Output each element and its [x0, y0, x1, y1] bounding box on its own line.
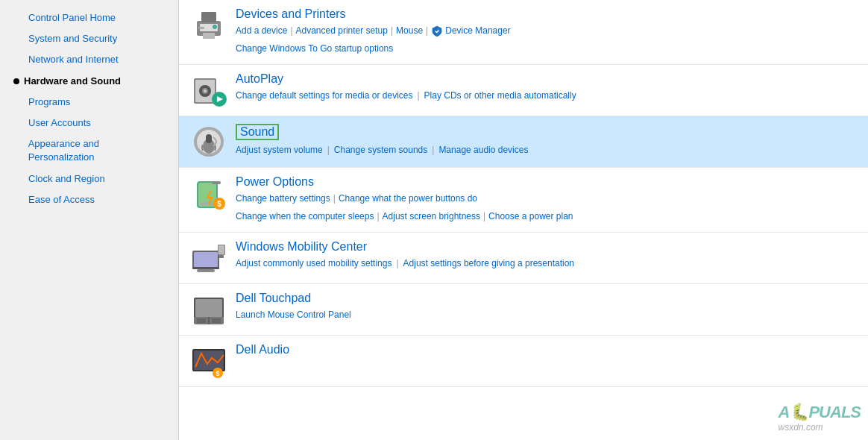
link-manage-audio[interactable]: Manage audio devices: [438, 142, 528, 159]
link-separator: |: [426, 23, 428, 40]
link-separator: |: [483, 209, 485, 225]
svg-point-10: [204, 89, 207, 92]
sound-icon: [191, 124, 227, 160]
category-item-dell-touchpad[interactable]: Dell TouchpadLaunch Mouse Control Panel: [179, 284, 868, 336]
category-item-devices-printers[interactable]: Devices and PrintersAdd a device|Advance…: [179, 0, 868, 65]
link-separator: |: [333, 191, 336, 207]
link-separator: |: [290, 23, 292, 40]
watermark-url: wsxdn.com: [779, 422, 823, 433]
category-content-devices-printers: Devices and PrintersAdd a device|Advance…: [236, 7, 856, 57]
svg-rect-34: [197, 318, 206, 323]
active-bullet: [13, 78, 19, 84]
category-links-power-options: Change battery settings|Change what the …: [236, 191, 856, 224]
svg-point-4: [213, 25, 217, 29]
category-icon-autoplay: [191, 72, 227, 108]
link-advanced-printer[interactable]: Advanced printer setup: [296, 23, 388, 40]
category-icon-sound: [191, 124, 227, 160]
category-icon-dell-audio: $: [191, 343, 227, 379]
svg-rect-2: [201, 12, 216, 22]
sidebar-item-user-accounts[interactable]: User Accounts: [0, 113, 178, 133]
link-separator: |: [396, 256, 398, 272]
link-change-defaults[interactable]: Change default settings for media or dev…: [236, 88, 412, 104]
links-row-1: Change battery settings|Change what the …: [236, 191, 856, 207]
sidebar-item-programs[interactable]: Programs: [0, 92, 178, 113]
sidebar-item-appearance[interactable]: Appearance and Personalization: [0, 133, 178, 168]
link-adjust-volume[interactable]: Adjust system volume: [236, 142, 323, 159]
category-links-windows-mobility: Adjust commonly used mobility settings|A…: [236, 256, 856, 272]
category-content-sound: SoundAdjust system volume|Change system …: [236, 124, 856, 159]
link-add-device[interactable]: Add a device: [236, 23, 287, 40]
sidebar-item-system-security[interactable]: System and Security: [0, 28, 178, 49]
svg-rect-31: [195, 299, 222, 317]
link-change-sounds[interactable]: Change system sounds: [334, 142, 427, 159]
links-row-1: Add a device|Advanced printer setup|Mous…: [236, 23, 856, 40]
category-title-autoplay[interactable]: AutoPlay: [236, 72, 856, 86]
link-mobility-settings[interactable]: Adjust commonly used mobility settings: [236, 256, 391, 272]
link-separator: |: [377, 209, 379, 225]
link-computer-sleeps[interactable]: Change when the computer sleeps: [236, 209, 374, 225]
category-links-devices-printers: Add a device|Advanced printer setup|Mous…: [236, 23, 856, 57]
sidebar-item-network-internet[interactable]: Network and Internet: [0, 49, 178, 70]
svg-rect-25: [192, 267, 219, 269]
link-battery-settings[interactable]: Change battery settings: [236, 191, 330, 207]
links-row-2: Change when the computer sleeps|Adjust s…: [236, 209, 856, 225]
sidebar-item-ease-of-access[interactable]: Ease of Access: [0, 189, 178, 210]
category-links-autoplay: Change default settings for media or dev…: [236, 88, 856, 104]
category-title-devices-printers[interactable]: Devices and Printers: [236, 7, 856, 21]
category-content-autoplay: AutoPlayChange default settings for medi…: [236, 72, 856, 104]
category-content-dell-audio: Dell Audio: [236, 343, 856, 359]
svg-rect-24: [194, 252, 218, 267]
link-separator: |: [391, 23, 393, 40]
category-title-dell-touchpad[interactable]: Dell Touchpad: [236, 292, 856, 305]
category-content-windows-mobility: Windows Mobility CenterAdjust commonly u…: [236, 240, 856, 272]
category-content-dell-touchpad: Dell TouchpadLaunch Mouse Control Panel: [236, 292, 856, 324]
link-separator: |: [432, 142, 434, 159]
sidebar-item-label: Clock and Region: [28, 172, 105, 186]
mobility-icon: [191, 240, 227, 276]
category-title-sound[interactable]: Sound: [236, 124, 279, 140]
sidebar-item-label: Control Panel Home: [28, 11, 116, 25]
category-links-dell-touchpad: Launch Mouse Control Panel: [236, 307, 856, 324]
svg-rect-26: [197, 269, 215, 272]
sidebar-item-clock-region[interactable]: Clock and Region: [0, 169, 178, 189]
power-options-icon: $: [191, 175, 227, 211]
link-presentation-settings[interactable]: Adjust settings before giving a presenta…: [403, 256, 574, 272]
sidebar-item-hardware-sound: Hardware and Sound: [0, 71, 178, 92]
sidebar-item-label: User Accounts: [28, 116, 91, 130]
category-item-autoplay[interactable]: AutoPlayChange default settings for medi…: [179, 65, 868, 116]
sidebar-item-control-panel-home[interactable]: Control Panel Home: [0, 7, 178, 28]
category-title-dell-audio[interactable]: Dell Audio: [236, 343, 856, 356]
svg-text:$: $: [217, 200, 221, 208]
link-mouse-control-panel[interactable]: Launch Mouse Control Panel: [236, 307, 351, 324]
dell-audio-icon: $: [191, 343, 227, 379]
sidebar-item-label: Programs: [28, 95, 70, 109]
sidebar-item-label: Network and Internet: [28, 53, 119, 66]
link-play-cds[interactable]: Play CDs or other media automatically: [424, 88, 576, 104]
svg-rect-29: [219, 255, 224, 258]
category-item-dell-audio[interactable]: $ Dell Audio: [179, 336, 868, 387]
svg-text:$: $: [216, 370, 219, 377]
svg-rect-35: [212, 318, 221, 323]
category-item-power-options[interactable]: $ Power OptionsChange battery settings|C…: [179, 168, 868, 233]
category-icon-windows-mobility: [191, 240, 227, 276]
link-device-manager[interactable]: Device Manager: [445, 23, 510, 40]
link-power-plan[interactable]: Choose a power plan: [488, 209, 573, 225]
link-win-to-go[interactable]: Change Windows To Go startup options: [236, 41, 393, 57]
category-links-sound: Adjust system volume|Change system sound…: [236, 142, 856, 159]
autoplay-icon: [191, 72, 227, 108]
shield-icon: [431, 25, 443, 37]
category-content-power-options: Power OptionsChange battery settings|Cha…: [236, 175, 856, 224]
category-title-windows-mobility[interactable]: Windows Mobility Center: [236, 240, 856, 254]
link-mouse[interactable]: Mouse: [396, 23, 423, 40]
category-title-power-options[interactable]: Power Options: [236, 175, 856, 189]
link-separator: |: [417, 88, 419, 104]
category-item-sound[interactable]: SoundAdjust system volume|Change system …: [179, 116, 868, 168]
svg-rect-28: [218, 245, 224, 254]
category-icon-dell-touchpad: [191, 292, 227, 327]
links-row-2: Change Windows To Go startup options: [236, 41, 856, 57]
category-item-windows-mobility[interactable]: Windows Mobility CenterAdjust commonly u…: [179, 233, 868, 284]
touchpad-icon: [191, 292, 227, 327]
link-screen-brightness[interactable]: Adjust screen brightness: [383, 209, 480, 225]
shield-badge: Device Manager: [431, 23, 510, 40]
link-power-buttons[interactable]: Change what the power buttons do: [339, 191, 477, 207]
